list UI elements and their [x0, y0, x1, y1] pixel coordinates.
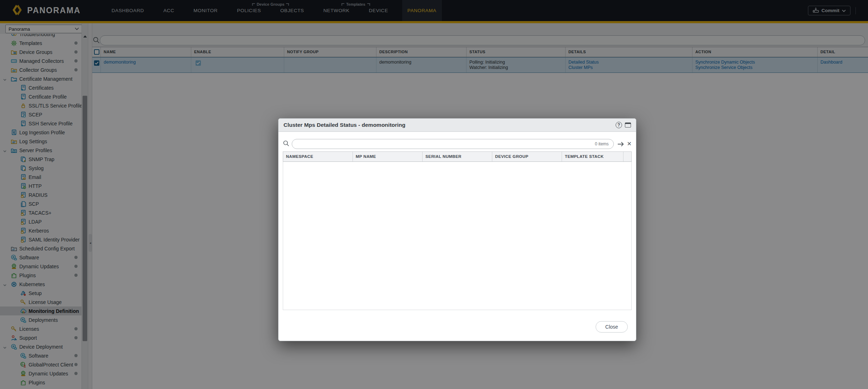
dialog-title: Cluster Mps Detailed Status - demomonito… [283, 122, 405, 128]
dialog-titlebar: Cluster Mps Detailed Status - demomonito… [278, 119, 636, 132]
dialog-table: NAMESPACEMP NAMESERIAL NUMBERDEVICE GROU… [283, 151, 632, 310]
items-count: 0 items [595, 141, 613, 146]
apply-filter-arrow-icon[interactable] [617, 141, 625, 147]
dialog-column-device-group[interactable]: DEVICE GROUP [492, 152, 562, 161]
dialog-column-serial-number[interactable]: SERIAL NUMBER [423, 152, 492, 161]
close-button[interactable]: Close [596, 321, 628, 333]
maximize-icon[interactable] [625, 123, 631, 128]
dialog-table-body [283, 162, 632, 310]
dialog-search-input[interactable] [292, 139, 595, 149]
help-icon[interactable]: ? [616, 122, 622, 128]
clear-filter-icon[interactable]: ✕ [627, 141, 632, 147]
dialog-search-row: 0 items ✕ [283, 139, 632, 149]
cluster-mps-dialog: Cluster Mps Detailed Status - demomonito… [278, 118, 636, 341]
dialog-column-mp-name[interactable]: MP NAME [353, 152, 423, 161]
search-icon [283, 140, 290, 148]
dialog-column-gutter [623, 152, 631, 161]
dialog-table-header: NAMESPACEMP NAMESERIAL NUMBERDEVICE GROU… [283, 151, 632, 162]
dialog-column-template-stack[interactable]: TEMPLATE STACK [562, 152, 623, 161]
dialog-column-namespace[interactable]: NAMESPACE [283, 152, 353, 161]
dialog-search: 0 items [292, 139, 614, 149]
